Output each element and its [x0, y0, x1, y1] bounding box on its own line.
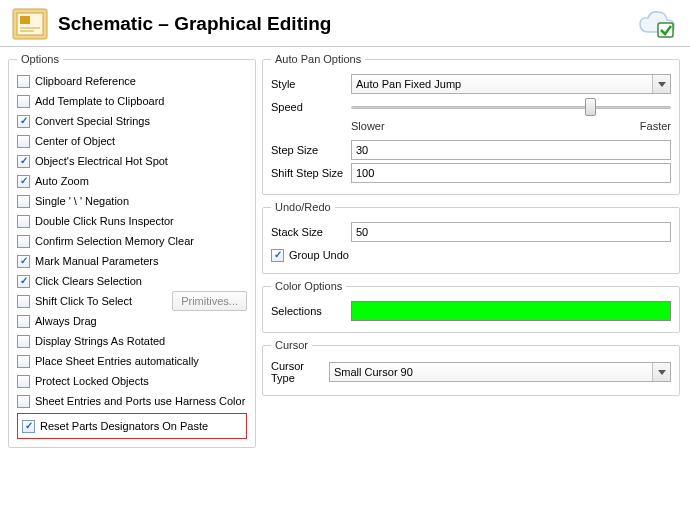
option-label: Protect Locked Objects: [35, 374, 149, 388]
undo-legend: Undo/Redo: [271, 201, 335, 213]
selections-color-swatch[interactable]: [351, 301, 671, 321]
option-label: Click Clears Selection: [35, 274, 142, 288]
autopan-group: Auto Pan Options Style Auto Pan Fixed Ju…: [262, 53, 680, 195]
stacksize-input[interactable]: [351, 222, 671, 242]
option-label: Confirm Selection Memory Clear: [35, 234, 194, 248]
option-checkbox[interactable]: [17, 295, 30, 308]
option-label: Object's Electrical Hot Spot: [35, 154, 168, 168]
options-group: Options Clipboard ReferenceAdd Template …: [8, 53, 256, 448]
stepsize-input[interactable]: [351, 140, 671, 160]
option-label: Add Template to Clipboard: [35, 94, 164, 108]
option-checkbox[interactable]: [17, 95, 30, 108]
option-checkbox[interactable]: [17, 335, 30, 348]
option-checkbox[interactable]: [17, 75, 30, 88]
cursor-legend: Cursor: [271, 339, 312, 351]
option-label: Convert Special Strings: [35, 114, 150, 128]
speed-label: Speed: [271, 101, 351, 113]
option-label: Always Drag: [35, 314, 97, 328]
schematic-icon: [12, 8, 48, 40]
right-column: Auto Pan Options Style Auto Pan Fixed Ju…: [262, 53, 680, 454]
page-title: Schematic – Graphical Editing: [58, 13, 636, 35]
shiftstep-label: Shift Step Size: [271, 167, 351, 179]
svg-rect-2: [20, 16, 30, 24]
option-checkbox[interactable]: [17, 175, 30, 188]
option-checkbox[interactable]: [17, 115, 30, 128]
chevron-down-icon: [652, 75, 670, 93]
stacksize-label: Stack Size: [271, 226, 351, 238]
slider-thumb[interactable]: [585, 98, 596, 116]
faster-label: Faster: [640, 120, 671, 132]
content-area: Options Clipboard ReferenceAdd Template …: [0, 47, 690, 460]
option-label: Single ' \ ' Negation: [35, 194, 129, 208]
option-label: Clipboard Reference: [35, 74, 136, 88]
stepsize-label: Step Size: [271, 144, 351, 156]
option-checkbox[interactable]: [17, 135, 30, 148]
option-label: Display Strings As Rotated: [35, 334, 165, 348]
option-checkbox[interactable]: [17, 275, 30, 288]
groupundo-checkbox[interactable]: [271, 249, 284, 262]
option-label: Reset Parts Designators On Paste: [40, 419, 208, 433]
color-group: Color Options Selections: [262, 280, 680, 333]
shiftstep-input[interactable]: [351, 163, 671, 183]
option-checkbox[interactable]: [17, 355, 30, 368]
option-label: Double Click Runs Inspector: [35, 214, 174, 228]
left-column: Options Clipboard ReferenceAdd Template …: [8, 53, 256, 454]
style-value: Auto Pan Fixed Jump: [356, 78, 461, 90]
option-label: Shift Click To Select: [35, 294, 132, 308]
option-checkbox[interactable]: [22, 420, 35, 433]
option-checkbox[interactable]: [17, 395, 30, 408]
selections-label: Selections: [271, 305, 351, 317]
option-checkbox[interactable]: [17, 235, 30, 248]
primitives-button[interactable]: Primitives...: [172, 291, 247, 311]
style-dropdown[interactable]: Auto Pan Fixed Jump: [351, 74, 671, 94]
options-legend: Options: [17, 53, 63, 65]
option-checkbox[interactable]: [17, 315, 30, 328]
cursortype-dropdown[interactable]: Small Cursor 90: [329, 362, 671, 382]
option-checkbox[interactable]: [17, 215, 30, 228]
option-label: Auto Zoom: [35, 174, 89, 188]
option-label: Center of Object: [35, 134, 115, 148]
chevron-down-icon: [652, 363, 670, 381]
autopan-legend: Auto Pan Options: [271, 53, 365, 65]
cursortype-label: Cursor Type: [271, 360, 329, 384]
cloud-check-icon: [636, 8, 678, 40]
option-checkbox[interactable]: [17, 375, 30, 388]
option-label: Sheet Entries and Ports use Harness Colo…: [35, 394, 245, 408]
color-legend: Color Options: [271, 280, 346, 292]
slower-label: Slower: [351, 120, 385, 132]
header: Schematic – Graphical Editing: [0, 0, 690, 47]
option-checkbox[interactable]: [17, 255, 30, 268]
style-label: Style: [271, 78, 351, 90]
undo-group: Undo/Redo Stack Size Group Undo: [262, 201, 680, 274]
groupundo-label: Group Undo: [289, 248, 349, 262]
speed-slider[interactable]: [351, 97, 671, 117]
option-label: Mark Manual Parameters: [35, 254, 159, 268]
option-label: Place Sheet Entries automatically: [35, 354, 199, 368]
cursor-group: Cursor Cursor Type Small Cursor 90: [262, 339, 680, 396]
option-checkbox[interactable]: [17, 195, 30, 208]
option-checkbox[interactable]: [17, 155, 30, 168]
cursortype-value: Small Cursor 90: [334, 366, 413, 378]
